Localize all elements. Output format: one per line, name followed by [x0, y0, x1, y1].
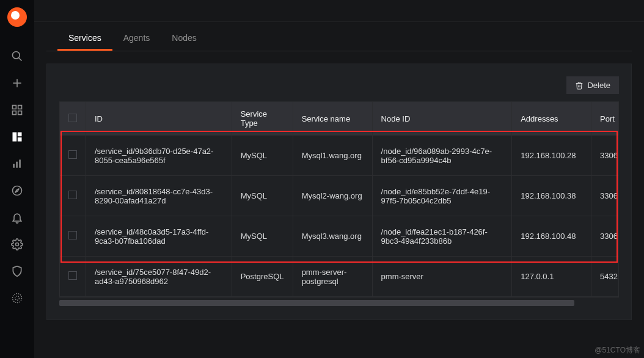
svg-point-14: [13, 186, 22, 195]
shield-icon[interactable]: [0, 258, 34, 285]
cell-port: 3306: [591, 136, 619, 176]
plus-icon[interactable]: [0, 70, 34, 97]
svg-rect-9: [18, 133, 22, 137]
compass-icon[interactable]: [0, 177, 34, 204]
row-checkbox[interactable]: [68, 150, 77, 159]
panels-icon[interactable]: [0, 123, 34, 150]
tab-services[interactable]: Services: [57, 28, 112, 51]
cell-node: /node_id/e85bb52e-7ddf-4e19-97f5-7b05c04…: [372, 176, 512, 216]
svg-rect-4: [13, 106, 16, 109]
svg-rect-13: [19, 159, 21, 167]
topbar: [34, 0, 644, 22]
svg-point-17: [13, 294, 22, 303]
row-checkbox[interactable]: [68, 271, 77, 280]
cell-type: MySQL: [232, 136, 293, 176]
cell-port: 3306: [591, 176, 619, 216]
svg-rect-12: [16, 162, 18, 168]
col-port: Port: [591, 102, 619, 136]
cell-id: /service_id/80818648-cc7e-43d3-8290-00af…: [86, 176, 232, 216]
table-row[interactable]: /service_id/75ce5077-8f47-49d2-ad43-a975…: [60, 257, 619, 297]
svg-line-1: [19, 58, 22, 61]
trash-icon: [575, 81, 584, 90]
svg-rect-5: [18, 106, 22, 109]
svg-rect-8: [13, 133, 17, 142]
svg-rect-11: [13, 164, 15, 168]
cell-id: /service_id/9b36db70-d25e-47a2-8055-cea5…: [86, 136, 232, 176]
col-service-name: Service name: [293, 102, 372, 136]
horizontal-scrollbar[interactable]: [59, 300, 574, 306]
gear-icon[interactable]: [0, 231, 34, 258]
target-icon[interactable]: [0, 285, 34, 312]
delete-button[interactable]: Delete: [566, 76, 619, 94]
cell-addr: 192.168.100.48: [512, 216, 591, 257]
select-all-checkbox[interactable]: [68, 114, 77, 122]
row-checkbox[interactable]: [68, 231, 77, 239]
table-row[interactable]: /service_id/9b36db70-d25e-47a2-8055-cea5…: [60, 136, 619, 176]
cell-type: MySQL: [232, 216, 293, 257]
tab-agents[interactable]: Agents: [112, 28, 161, 51]
cell-name: pmm-server-postgresql: [293, 257, 372, 297]
svg-rect-7: [18, 111, 22, 115]
cell-type: MySQL: [232, 176, 293, 216]
cell-node: /node_id/fea21ec1-b187-426f-9bc3-49a4f23…: [372, 216, 512, 257]
svg-point-0: [13, 52, 20, 59]
cell-port: 5432: [591, 257, 619, 297]
cell-id: /service_id/75ce5077-8f47-49d2-ad43-a975…: [86, 257, 232, 297]
cell-node: /node_id/96a089ab-2993-4c7e-bf56-cd95a99…: [372, 136, 512, 176]
col-service-type: Service Type: [232, 102, 293, 136]
svg-point-16: [16, 243, 19, 246]
bars-icon[interactable]: [0, 150, 34, 177]
cell-addr: 192.168.100.38: [512, 176, 591, 216]
cell-name: Mysql1.wang.org: [293, 136, 372, 176]
cell-type: PostgreSQL: [232, 257, 293, 297]
svg-marker-15: [15, 189, 20, 193]
row-checkbox[interactable]: [68, 191, 77, 199]
cell-addr: 127.0.0.1: [512, 257, 591, 297]
cell-name: Mysql3.wang.org: [293, 216, 372, 257]
svg-point-18: [15, 296, 20, 301]
cell-id: /service_id/48c0a3d5-17a3-4ffd-9ca3-b07f…: [86, 216, 232, 257]
svg-rect-10: [18, 137, 22, 142]
logo[interactable]: [0, 0, 34, 34]
col-id: ID: [86, 102, 232, 136]
col-node-id: Node ID: [372, 102, 512, 136]
watermark: @51CTO博客: [595, 345, 640, 356]
delete-label: Delete: [587, 81, 610, 90]
tab-nodes[interactable]: Nodes: [161, 28, 207, 51]
cell-addr: 192.168.100.28: [512, 136, 591, 176]
panel: Delete ID Service Type Service name Node…: [46, 64, 632, 320]
table-row[interactable]: /service_id/48c0a3d5-17a3-4ffd-9ca3-b07f…: [60, 216, 619, 257]
sidebar: [0, 0, 34, 358]
cell-name: Mysql2-wang.org: [293, 176, 372, 216]
svg-rect-6: [13, 111, 16, 115]
dashboards-icon[interactable]: [0, 97, 34, 123]
bell-icon[interactable]: [0, 204, 34, 231]
table-row[interactable]: /service_id/80818648-cc7e-43d3-8290-00af…: [60, 176, 619, 216]
search-icon[interactable]: [0, 43, 34, 70]
cell-port: 3306: [591, 216, 619, 257]
tabs: Services Agents Nodes: [46, 22, 632, 51]
table: ID Service Type Service name Node ID Add…: [59, 101, 619, 298]
cell-node: pmm-server: [372, 257, 512, 297]
col-addresses: Addresses: [512, 102, 591, 136]
